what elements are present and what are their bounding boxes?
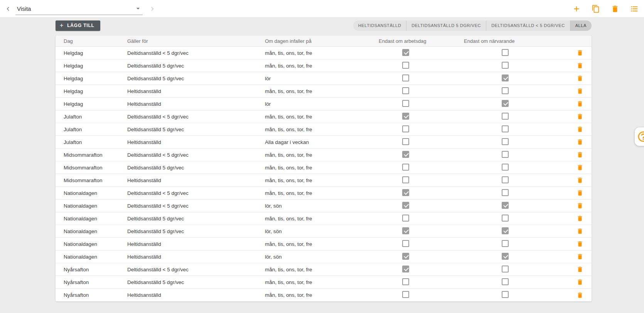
list-icon (630, 5, 639, 13)
checkbox-endast-om-arbetsdag[interactable] (402, 253, 409, 260)
delete-row-icon[interactable] (577, 126, 583, 133)
delete-row-icon[interactable] (577, 88, 583, 95)
record-select-value: Visita (15, 5, 31, 12)
add-record-button[interactable] (572, 5, 581, 13)
checkbox-endast-om-arbetsdag[interactable] (402, 240, 409, 247)
cell-narvarande (464, 87, 568, 95)
cell-narvarande (464, 202, 568, 210)
cell-infaller: lör (265, 101, 379, 107)
cell-actions (568, 215, 592, 222)
delete-row-icon[interactable] (577, 139, 583, 146)
help-button[interactable] (635, 127, 644, 146)
add-row-button[interactable]: + LÄGG TILL (56, 20, 100, 31)
checkbox-endast-om-arbetsdag[interactable] (402, 62, 409, 69)
delete-row-icon[interactable] (577, 177, 583, 184)
back-button[interactable] (5, 5, 12, 12)
checkbox-endast-om-arbetsdag[interactable] (402, 87, 409, 94)
delete-row-icon[interactable] (577, 279, 583, 286)
checkbox-endast-om-arbetsdag[interactable] (402, 227, 409, 234)
cell-arbetsdag (379, 240, 464, 248)
duplicate-record-button[interactable] (592, 5, 600, 13)
checkbox-endast-om-arbetsdag[interactable] (402, 164, 409, 171)
table-row: Helgdag Heltidsanställd mån, tis, ons, t… (56, 85, 592, 98)
cell-narvarande (464, 253, 568, 261)
delete-row-icon[interactable] (577, 113, 583, 120)
cell-actions (568, 266, 592, 273)
cell-actions (568, 279, 592, 286)
checkbox-endast-om-narvarande[interactable] (502, 176, 509, 183)
cell-actions (568, 151, 592, 158)
checkbox-endast-om-narvarande[interactable] (502, 278, 509, 285)
checkbox-endast-om-narvarande[interactable] (502, 49, 509, 56)
cell-galler-for: Heltidsanställd (127, 292, 265, 298)
checkbox-endast-om-arbetsdag[interactable] (402, 266, 409, 272)
checkbox-endast-om-narvarande[interactable] (502, 125, 509, 132)
delete-row-icon[interactable] (577, 202, 583, 209)
checkbox-endast-om-narvarande[interactable] (502, 74, 509, 81)
cell-infaller: mån, tis, ons, tor, fre (265, 127, 379, 132)
filter-chip-1[interactable]: DELTIDSANSTÄLLD 5 DGR/VEC (406, 20, 486, 31)
record-select[interactable]: Visita (15, 3, 143, 15)
checkbox-endast-om-narvarande[interactable] (502, 151, 509, 158)
delete-row-icon[interactable] (577, 151, 583, 158)
checkbox-endast-om-arbetsdag[interactable] (402, 202, 409, 209)
cell-infaller: mån, tis, ons, tor, fre (265, 63, 379, 69)
checkbox-endast-om-narvarande[interactable] (502, 62, 509, 69)
cell-arbetsdag (379, 125, 464, 134)
table-row: Julafton Heltidsanställd Alla dagar i ve… (56, 136, 592, 149)
checkbox-endast-om-arbetsdag[interactable] (402, 291, 409, 298)
checkbox-endast-om-arbetsdag[interactable] (402, 189, 409, 196)
cell-narvarande (464, 189, 568, 197)
checkbox-endast-om-narvarande[interactable] (502, 266, 509, 272)
filter-chip-2[interactable]: DELTIDSANSTÄLLD < 5 DGR/VEC (486, 20, 570, 31)
checkbox-endast-om-arbetsdag[interactable] (402, 100, 409, 107)
list-view-button[interactable] (630, 5, 639, 13)
delete-row-icon[interactable] (577, 62, 583, 69)
checkbox-endast-om-narvarande[interactable] (502, 253, 509, 260)
cell-galler-for: Heltidsanställd (127, 101, 265, 107)
checkbox-endast-om-arbetsdag[interactable] (402, 151, 409, 158)
checkbox-endast-om-narvarande[interactable] (502, 202, 509, 209)
checkbox-endast-om-narvarande[interactable] (502, 87, 509, 94)
table-body: Helgdag Deltidsanställd < 5 dgr/vec mån,… (56, 47, 592, 301)
delete-row-icon[interactable] (577, 292, 583, 299)
delete-row-icon[interactable] (577, 228, 583, 235)
delete-row-icon[interactable] (577, 253, 583, 260)
delete-row-icon[interactable] (577, 215, 583, 222)
forward-button[interactable] (149, 5, 156, 12)
delete-row-icon[interactable] (577, 164, 583, 171)
checkbox-endast-om-narvarande[interactable] (502, 291, 509, 298)
checkbox-endast-om-narvarande[interactable] (502, 189, 509, 196)
checkbox-endast-om-narvarande[interactable] (502, 240, 509, 247)
delete-row-icon[interactable] (577, 240, 583, 247)
chevron-down-icon (134, 5, 142, 12)
cell-actions (568, 88, 592, 95)
delete-row-icon[interactable] (577, 75, 583, 82)
checkbox-endast-om-arbetsdag[interactable] (402, 49, 409, 56)
cell-infaller: Alla dagar i veckan (265, 139, 379, 145)
delete-record-button[interactable] (611, 5, 619, 13)
cell-actions (568, 49, 592, 56)
delete-row-icon[interactable] (577, 100, 583, 107)
checkbox-endast-om-arbetsdag[interactable] (402, 113, 409, 120)
cell-actions (568, 62, 592, 69)
filter-chip-0[interactable]: HELTIDSANSTÄLLD (353, 20, 406, 31)
checkbox-endast-om-arbetsdag[interactable] (402, 74, 409, 81)
cell-galler-for: Heltidsanställd (127, 178, 265, 183)
checkbox-endast-om-narvarande[interactable] (502, 138, 509, 145)
cell-galler-for: Deltidsanställd < 5 dgr/vec (127, 114, 265, 120)
checkbox-endast-om-arbetsdag[interactable] (402, 176, 409, 183)
checkbox-endast-om-arbetsdag[interactable] (402, 138, 409, 145)
checkbox-endast-om-narvarande[interactable] (502, 227, 509, 234)
checkbox-endast-om-narvarande[interactable] (502, 164, 509, 171)
filter-chip-selected[interactable]: ALLA (570, 20, 592, 31)
checkbox-endast-om-arbetsdag[interactable] (402, 215, 409, 222)
checkbox-endast-om-arbetsdag[interactable] (402, 125, 409, 132)
checkbox-endast-om-narvarande[interactable] (502, 113, 509, 120)
delete-row-icon[interactable] (577, 49, 583, 56)
delete-row-icon[interactable] (577, 189, 583, 196)
delete-row-icon[interactable] (577, 266, 583, 273)
checkbox-endast-om-narvarande[interactable] (502, 100, 509, 107)
checkbox-endast-om-arbetsdag[interactable] (402, 278, 409, 285)
checkbox-endast-om-narvarande[interactable] (502, 215, 509, 222)
